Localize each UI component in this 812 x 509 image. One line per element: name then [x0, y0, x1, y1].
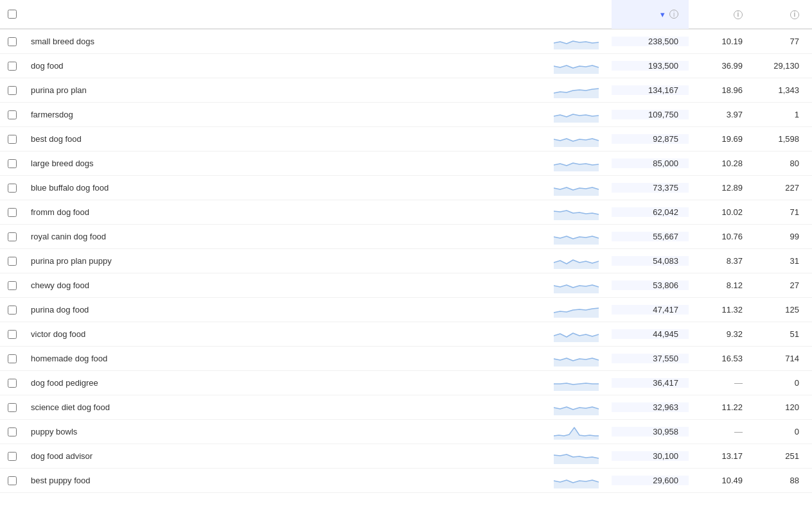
select-all-checkbox[interactable]: [8, 10, 17, 19]
table-row: dog food advisor 30,100 13.17 251: [0, 444, 812, 469]
row-checkbox-cell[interactable]: [8, 281, 31, 290]
keyword-table: ▾ i i i small breed dogs 238,500 10.19 7…: [0, 0, 812, 493]
volume-cell: 32,963: [612, 402, 689, 412]
row-checkbox-cell[interactable]: [8, 110, 31, 119]
row-checkbox-cell[interactable]: [8, 403, 31, 412]
keyword-cell: victor dog food: [31, 329, 541, 339]
row-checkbox-cell[interactable]: [8, 62, 31, 71]
keyword-cell: fromm dog food: [31, 207, 541, 217]
row-checkbox-cell[interactable]: [8, 208, 31, 217]
row-checkbox[interactable]: [8, 330, 17, 339]
row-checkbox[interactable]: [8, 110, 17, 119]
comp-value: 10.02: [721, 207, 743, 217]
comp-cell: 3.97: [689, 110, 753, 119]
keyword-cell: homemade dog food: [31, 354, 541, 363]
volume-cell: 30,100: [612, 451, 689, 461]
comp-value: 11.22: [721, 402, 743, 412]
row-checkbox[interactable]: [8, 427, 17, 436]
comp-value: 12.89: [721, 183, 743, 193]
row-checkbox[interactable]: [8, 232, 17, 241]
comp-cell: 11.22: [689, 402, 753, 412]
table-body: small breed dogs 238,500 10.19 77 dog fo…: [0, 30, 812, 493]
row-checkbox[interactable]: [8, 159, 17, 168]
row-checkbox-cell[interactable]: [8, 159, 31, 168]
iaat-cell: 251: [753, 451, 804, 461]
iaat-cell: 120: [753, 402, 804, 412]
comp-cell: 10.28: [689, 159, 753, 168]
iaat-cell: 71: [753, 207, 804, 217]
row-checkbox[interactable]: [8, 379, 17, 388]
table-row: purina dog food 47,417 11.32 125: [0, 298, 812, 322]
volume-cell: 85,000: [612, 159, 689, 168]
volume-cell: 55,667: [612, 232, 689, 241]
comp-cell: 10.49: [689, 476, 753, 485]
row-checkbox-cell[interactable]: [8, 476, 31, 485]
volume-cell: 109,750: [612, 110, 689, 119]
row-checkbox-cell[interactable]: [8, 427, 31, 436]
row-checkbox-cell[interactable]: [8, 452, 31, 461]
row-checkbox-cell[interactable]: [8, 257, 31, 266]
row-checkbox-cell[interactable]: [8, 306, 31, 315]
comp-cell: 12.89: [689, 183, 753, 193]
volume-cell: 47,417: [612, 305, 689, 315]
row-checkbox[interactable]: [8, 306, 17, 315]
row-checkbox-cell[interactable]: [8, 86, 31, 95]
comp-value: 16.53: [721, 354, 743, 363]
table-row: farmersdog 109,750 3.97 1: [0, 103, 812, 127]
keyword-cell: science diet dog food: [31, 402, 541, 412]
historical-cell: [541, 351, 612, 367]
table-row: dog food 193,500 36.99 29,130: [0, 54, 812, 78]
comp-column-header: i: [689, 9, 753, 19]
iaat-cell: 1,343: [753, 85, 804, 95]
row-checkbox-cell[interactable]: [8, 379, 31, 388]
table-row: blue buffalo dog food 73,375 12.89 227: [0, 176, 812, 200]
iaat-cell: 0: [753, 378, 804, 388]
volume-cell: 30,958: [612, 427, 689, 436]
comp-dash: —: [734, 427, 743, 436]
keyword-cell: purina pro plan puppy: [31, 256, 541, 266]
row-checkbox[interactable]: [8, 476, 17, 485]
row-checkbox[interactable]: [8, 257, 17, 266]
comp-cell: 8.37: [689, 256, 753, 266]
iaat-cell: 0: [753, 427, 804, 436]
row-checkbox-cell[interactable]: [8, 184, 31, 193]
iaat-cell: 31: [753, 256, 804, 266]
row-checkbox-cell[interactable]: [8, 354, 31, 363]
iaat-info-icon[interactable]: i: [790, 10, 799, 19]
row-checkbox[interactable]: [8, 208, 17, 217]
historical-cell: [541, 449, 612, 464]
historical-cell: [541, 254, 612, 269]
comp-cell: —: [689, 378, 753, 388]
row-checkbox[interactable]: [8, 86, 17, 95]
iaat-cell: 77: [753, 37, 804, 46]
historical-cell: [541, 375, 612, 391]
row-checkbox-cell[interactable]: [8, 37, 31, 46]
row-checkbox-cell[interactable]: [8, 330, 31, 339]
comp-value: 10.76: [721, 232, 743, 241]
row-checkbox[interactable]: [8, 135, 17, 144]
keyword-cell: dog food: [31, 61, 541, 71]
volume-info-icon[interactable]: i: [669, 10, 678, 19]
iaat-cell: 80: [753, 159, 804, 168]
row-checkbox[interactable]: [8, 403, 17, 412]
comp-cell: 16.53: [689, 354, 753, 363]
keyword-cell: chewy dog food: [31, 280, 541, 290]
row-checkbox[interactable]: [8, 184, 17, 193]
table-row: science diet dog food 32,963 11.22 120: [0, 395, 812, 420]
row-checkbox[interactable]: [8, 452, 17, 461]
historical-cell: [541, 302, 612, 318]
row-checkbox[interactable]: [8, 62, 17, 71]
iaat-cell: 27: [753, 280, 804, 290]
select-all-check[interactable]: [8, 10, 31, 19]
row-checkbox[interactable]: [8, 281, 17, 290]
row-checkbox[interactable]: [8, 37, 17, 46]
historical-cell: [541, 156, 612, 171]
table-row: best dog food 92,875 19.69 1,598: [0, 127, 812, 151]
row-checkbox[interactable]: [8, 354, 17, 363]
table-row: large breed dogs 85,000 10.28 80: [0, 151, 812, 176]
row-checkbox-cell[interactable]: [8, 135, 31, 144]
volume-column-header[interactable]: ▾ i: [612, 0, 689, 29]
row-checkbox-cell[interactable]: [8, 232, 31, 241]
historical-cell: [541, 278, 612, 293]
comp-info-icon[interactable]: i: [734, 10, 743, 19]
